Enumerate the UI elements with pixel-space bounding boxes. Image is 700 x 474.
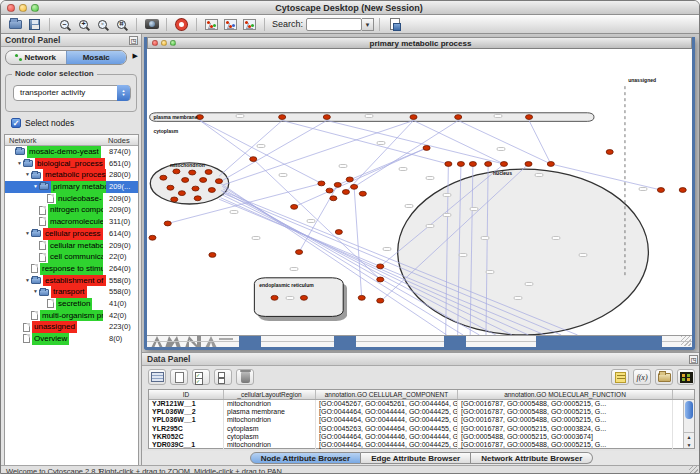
network-canvas[interactable]: plasma membranecytoplasmmitochondrionnuc… xyxy=(147,49,692,335)
network-node[interactable] xyxy=(351,184,358,189)
network-node[interactable] xyxy=(250,157,257,162)
tab-network-attribute-browser[interactable]: Network Attribute Browser xyxy=(471,452,593,464)
network-node[interactable] xyxy=(173,169,180,174)
snapshot-icon[interactable] xyxy=(143,17,160,32)
network-node[interactable] xyxy=(318,181,325,186)
network-edge[interactable] xyxy=(529,121,551,164)
network-node[interactable] xyxy=(335,230,342,235)
zoom-in-icon[interactable]: + xyxy=(75,17,92,32)
network-node[interactable] xyxy=(171,197,178,202)
tree-row[interactable]: ▼biological_process651(0) xyxy=(5,158,138,170)
scrollbar-thumb[interactable] xyxy=(685,401,693,419)
network-node[interactable] xyxy=(485,162,492,167)
import-attributes-icon[interactable] xyxy=(655,369,673,385)
expand-arrow-icon[interactable]: ▼ xyxy=(24,228,31,240)
tab-overflow-arrow-icon[interactable]: ▶ xyxy=(133,52,138,60)
unselect-attributes-icon[interactable] xyxy=(214,369,232,385)
zoom-button[interactable] xyxy=(31,4,39,12)
select-nodes-checkbox[interactable]: ✓ xyxy=(11,118,21,128)
network-node[interactable] xyxy=(469,162,476,167)
tree-row[interactable]: cell communicat22(0) xyxy=(5,251,138,263)
network-node[interactable] xyxy=(330,196,337,201)
zoom-fit-icon[interactable]: ⌗ xyxy=(113,17,130,32)
network-node[interactable] xyxy=(377,298,384,303)
tree-row[interactable]: secretion41(0) xyxy=(5,298,138,310)
tab-network[interactable]: Network xyxy=(6,51,66,64)
network-node[interactable] xyxy=(164,221,171,226)
attribute-table-icon[interactable] xyxy=(148,369,166,385)
search-dropdown-icon[interactable]: ▼ xyxy=(362,18,374,31)
frame-zoom-button[interactable] xyxy=(170,40,176,46)
network-node[interactable] xyxy=(445,162,452,167)
table-scrollbar[interactable]: ▲▼ xyxy=(683,400,694,448)
network-node[interactable] xyxy=(423,146,430,151)
network-node[interactable] xyxy=(342,190,349,195)
tree-row[interactable]: nitrogen compo209(0) xyxy=(5,204,138,216)
zoom-out-icon[interactable]: – xyxy=(56,17,73,32)
tab-edge-attribute-browser[interactable]: Edge Attribute Browser xyxy=(361,452,471,464)
table-row[interactable]: YPL036W__1mitochondrion[GO:0044464, GO:0… xyxy=(149,416,694,424)
tree-row[interactable]: cellular metabo209(0) xyxy=(5,240,138,252)
network-node[interactable] xyxy=(291,204,298,209)
network-node[interactable] xyxy=(377,264,384,269)
network-node[interactable] xyxy=(209,252,216,257)
expand-arrow-icon[interactable]: ▼ xyxy=(16,158,23,170)
network-edge[interactable] xyxy=(327,121,504,164)
column-header[interactable]: annotation.GO CELLULAR_COMPONENT xyxy=(316,390,458,399)
network-edge[interactable] xyxy=(354,121,458,187)
close-button[interactable] xyxy=(7,4,15,12)
network-node[interactable] xyxy=(189,170,196,175)
frame-resize-grip[interactable] xyxy=(681,336,691,346)
network-node[interactable] xyxy=(657,188,664,193)
network-frame-icon[interactable] xyxy=(203,17,220,32)
network-node[interactable] xyxy=(455,115,462,120)
tree-row[interactable]: ▼metabolic process280(0) xyxy=(5,169,138,181)
expand-arrow-icon[interactable]: ▼ xyxy=(24,169,31,181)
network-node[interactable] xyxy=(167,185,174,190)
merge-networks-icon[interactable] xyxy=(222,17,239,32)
table-row[interactable]: YDR039C__1mitochondrion[GO:0044464, GO:0… xyxy=(149,441,694,449)
network-node[interactable] xyxy=(547,162,554,167)
tree-row[interactable]: multi-organism pro42(0) xyxy=(5,310,138,322)
network-edge[interactable] xyxy=(354,187,362,298)
expand-arrow-icon[interactable]: ▼ xyxy=(32,181,39,193)
column-header[interactable]: _cellularLayoutRegion xyxy=(224,390,316,399)
network-edge[interactable] xyxy=(458,121,551,164)
tree-row[interactable]: macromolecule311(0) xyxy=(5,216,138,228)
network-frame-titlebar[interactable]: primary metabolic process xyxy=(147,37,692,49)
settings-doc-icon[interactable] xyxy=(386,17,403,32)
open-icon[interactable] xyxy=(7,17,24,32)
network-node[interactable] xyxy=(300,295,307,300)
network-edge[interactable] xyxy=(414,121,504,164)
network-node[interactable] xyxy=(192,186,199,191)
frame-close-button[interactable] xyxy=(152,40,158,46)
network-edge[interactable] xyxy=(200,121,253,160)
zoom-selected-icon[interactable]: ▫ xyxy=(94,17,111,32)
tab-mosaic[interactable]: Mosaic xyxy=(66,51,127,64)
function-builder-icon[interactable]: f(x) xyxy=(633,369,651,385)
tree-row[interactable]: ▼cellular process614(0) xyxy=(5,228,138,240)
delete-attribute-icon[interactable] xyxy=(236,369,254,385)
tree-row[interactable]: mosaic-demo-yeast874(0) xyxy=(5,146,138,158)
network-node[interactable] xyxy=(149,235,156,240)
network-node[interactable] xyxy=(606,150,613,155)
notes-icon[interactable] xyxy=(611,369,629,385)
matrix-icon[interactable] xyxy=(677,369,695,385)
table-row[interactable]: YPL036W__2plasma membrane[GO:0044464, GO… xyxy=(149,408,694,416)
minimize-button[interactable] xyxy=(19,4,27,12)
network-node[interactable] xyxy=(326,188,333,193)
network-node[interactable] xyxy=(279,115,286,120)
network-node[interactable] xyxy=(271,295,278,300)
network-node[interactable] xyxy=(457,162,464,167)
window-resize-grip[interactable] xyxy=(689,465,698,474)
network-node[interactable] xyxy=(178,191,185,196)
network-node[interactable] xyxy=(182,178,189,183)
network-node[interactable] xyxy=(296,250,303,255)
new-attribute-icon[interactable] xyxy=(170,369,188,385)
select-attributes-icon[interactable] xyxy=(192,369,210,385)
network-node[interactable] xyxy=(359,191,366,196)
merge-networks-alt-icon[interactable] xyxy=(241,17,258,32)
tree-row[interactable]: ▼primary metabo209(... xyxy=(5,181,138,193)
scrollbar-arrows[interactable]: ▲▼ xyxy=(684,432,694,448)
network-node[interactable] xyxy=(196,115,203,120)
